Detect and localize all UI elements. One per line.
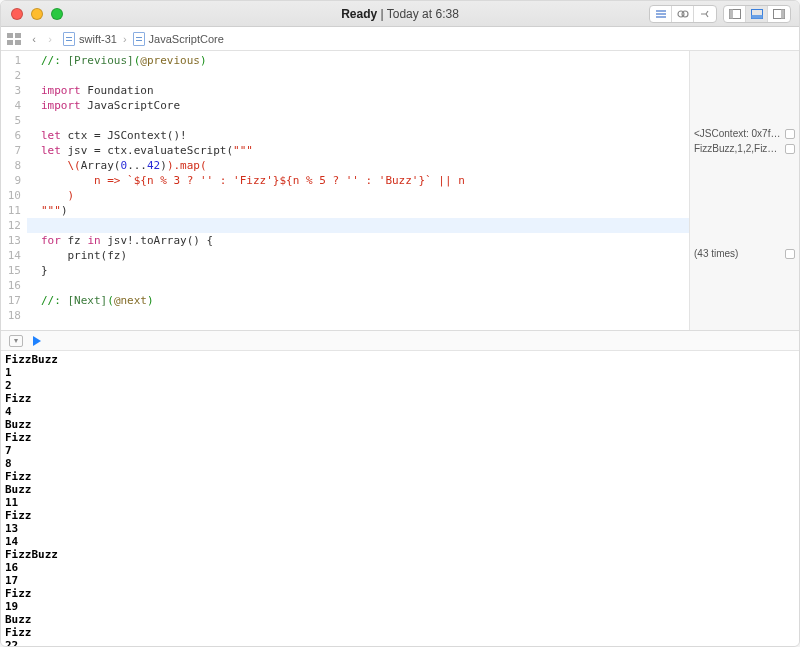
history-forward-button[interactable]: ›	[43, 33, 57, 45]
svg-rect-10	[7, 40, 13, 45]
console-line: 22	[5, 639, 795, 646]
minimize-window-button[interactable]	[31, 8, 43, 20]
code-line	[41, 68, 683, 83]
toolbar-right	[649, 5, 799, 23]
svg-rect-9	[15, 33, 21, 38]
toggle-debug-area-button[interactable]	[746, 6, 768, 22]
playground-page-icon	[133, 32, 145, 46]
result-item[interactable]: <JSContext: 0x7f9067c…	[694, 128, 795, 139]
jump-bar: ‹ › swift-31 › JavaScriptCore	[1, 27, 799, 51]
console-line: 13	[5, 522, 795, 535]
console-line: 11	[5, 496, 795, 509]
code-line: """)	[41, 203, 683, 218]
quicklook-icon[interactable]	[785, 129, 795, 139]
console-line: FizzBuzz	[5, 353, 795, 366]
code-line: let ctx = JSContext()!	[41, 128, 683, 143]
console-line: 8	[5, 457, 795, 470]
svg-rect-7	[781, 9, 785, 18]
line-gutter: 123456789101112131415161718	[1, 51, 27, 330]
svg-rect-8	[7, 33, 13, 38]
console-line: 1	[5, 366, 795, 379]
panel-toggle-segment	[723, 5, 791, 23]
console-line: 14	[5, 535, 795, 548]
console-line: Buzz	[5, 418, 795, 431]
console-line: FizzBuzz	[5, 548, 795, 561]
window-controls	[11, 8, 63, 20]
svg-rect-11	[15, 40, 21, 45]
code-line: }	[41, 263, 683, 278]
console-line: Fizz	[5, 431, 795, 444]
status-text: Ready	[341, 7, 377, 21]
code-line: print(fz)	[41, 248, 683, 263]
console-line: Fizz	[5, 470, 795, 483]
toggle-inspectors-button[interactable]	[768, 6, 790, 22]
console-line: 7	[5, 444, 795, 457]
results-sidebar: <JSContext: 0x7f9067c…FizzBuzz,1,2,Fizz,…	[689, 51, 799, 330]
console-line: Fizz	[5, 587, 795, 600]
xcode-playground-window: Ready | Today at 6:38 ‹ › swift-31	[0, 0, 800, 647]
console-output[interactable]: FizzBuzz12Fizz4BuzzFizz78FizzBuzz11Fizz1…	[1, 351, 799, 646]
code-line	[41, 308, 683, 323]
toggle-navigator-button[interactable]	[724, 6, 746, 22]
quicklook-icon[interactable]	[785, 144, 795, 154]
svg-rect-5	[751, 15, 762, 19]
code-line: n => `${n % 3 ? '' : 'Fizz'}${n % 5 ? ''…	[41, 173, 683, 188]
code-line: //: [Previous](@previous)	[41, 53, 683, 68]
console-line: 2	[5, 379, 795, 392]
console-line: Buzz	[5, 613, 795, 626]
breadcrumb-project[interactable]: swift-31	[63, 32, 117, 46]
code-line: import JavaScriptCore	[41, 98, 683, 113]
related-items-icon[interactable]	[7, 33, 21, 45]
main-split: 123456789101112131415161718 //: [Previou…	[1, 51, 799, 646]
console-line: Fizz	[5, 509, 795, 522]
playground-file-icon	[63, 32, 75, 46]
code-line: let jsv = ctx.evaluateScript("""	[41, 143, 683, 158]
svg-point-1	[682, 11, 688, 17]
history-arrows: ‹ ›	[27, 33, 57, 45]
assistant-editor-button[interactable]	[672, 6, 694, 22]
version-editor-button[interactable]	[694, 6, 716, 22]
console-line: Buzz	[5, 483, 795, 496]
svg-rect-3	[729, 9, 733, 18]
code-line: import Foundation	[41, 83, 683, 98]
result-item[interactable]: (43 times)	[694, 248, 795, 259]
editor-area: 123456789101112131415161718 //: [Previou…	[1, 51, 799, 331]
code-line: for fz in jsv!.toArray() {	[41, 233, 683, 248]
debug-bar: ▾	[1, 331, 799, 351]
code-line: )	[41, 188, 683, 203]
console-line: 19	[5, 600, 795, 613]
code-text[interactable]: //: [Previous](@previous) import Foundat…	[27, 51, 689, 330]
quicklook-icon[interactable]	[785, 249, 795, 259]
close-window-button[interactable]	[11, 8, 23, 20]
code-line	[41, 218, 683, 233]
chevron-right-icon: ›	[123, 33, 127, 45]
console-line: Fizz	[5, 626, 795, 639]
code-line	[41, 278, 683, 293]
result-item[interactable]: FizzBuzz,1,2,Fizz,4,Buzz,Fi…	[694, 143, 795, 154]
editor-mode-segment	[649, 5, 717, 23]
code-line: \(Array(0...42)).map(	[41, 158, 683, 173]
code-line: //: [Next](@next)	[41, 293, 683, 308]
console-line: 4	[5, 405, 795, 418]
source-editor[interactable]: 123456789101112131415161718 //: [Previou…	[1, 51, 689, 330]
titlebar: Ready | Today at 6:38	[1, 1, 799, 27]
console-line: Fizz	[5, 392, 795, 405]
history-back-button[interactable]: ‹	[27, 33, 41, 45]
breadcrumb-page[interactable]: JavaScriptCore	[133, 32, 224, 46]
run-playground-button[interactable]	[33, 336, 41, 346]
standard-editor-button[interactable]	[650, 6, 672, 22]
code-line	[41, 113, 683, 128]
zoom-window-button[interactable]	[51, 8, 63, 20]
debug-view-dropdown[interactable]: ▾	[9, 335, 23, 347]
console-line: 17	[5, 574, 795, 587]
console-line: 16	[5, 561, 795, 574]
status-timestamp: Today at 6:38	[387, 7, 459, 21]
